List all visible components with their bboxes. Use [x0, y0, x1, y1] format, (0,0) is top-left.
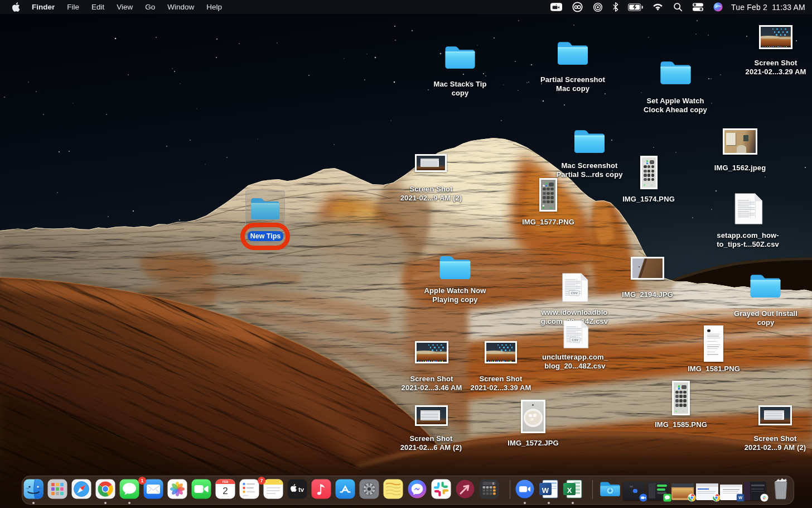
svg-text:0: 0 [492, 482, 494, 486]
svg-text:2: 2 [223, 486, 228, 496]
svg-text:W: W [738, 496, 742, 500]
svg-text:W: W [542, 486, 549, 495]
svg-text:CSV: CSV [572, 338, 578, 342]
svg-text:FEB: FEB [223, 480, 229, 483]
svg-text:tv: tv [298, 486, 304, 493]
svg-text:CSV: CSV [571, 291, 577, 295]
svg-text:X: X [567, 486, 572, 495]
